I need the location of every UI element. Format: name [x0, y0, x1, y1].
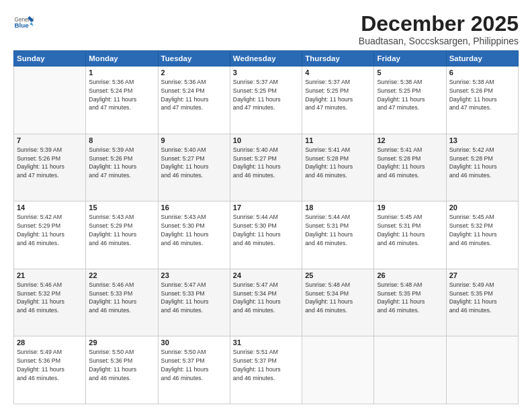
day-info: Sunrise: 5:36 AM Sunset: 5:24 PM Dayligh… [89, 78, 154, 112]
table-row: 21Sunrise: 5:46 AM Sunset: 5:32 PM Dayli… [14, 269, 86, 336]
table-row: 14Sunrise: 5:42 AM Sunset: 5:29 PM Dayli… [14, 201, 86, 269]
table-row: 18Sunrise: 5:44 AM Sunset: 5:31 PM Dayli… [302, 201, 374, 269]
week-row-1: 1Sunrise: 5:36 AM Sunset: 5:24 PM Daylig… [14, 66, 519, 134]
day-number: 1 [89, 68, 154, 77]
day-info: Sunrise: 5:41 AM Sunset: 5:28 PM Dayligh… [377, 146, 443, 180]
day-number: 18 [305, 203, 371, 212]
table-row [374, 336, 446, 404]
day-number: 2 [161, 68, 227, 77]
header: General Blue December 2025 Buadtasan, So… [13, 12, 519, 46]
day-info: Sunrise: 5:49 AM Sunset: 5:35 PM Dayligh… [449, 281, 515, 315]
day-info: Sunrise: 5:44 AM Sunset: 5:30 PM Dayligh… [233, 213, 299, 247]
col-friday: Friday [374, 51, 446, 66]
col-monday: Monday [86, 51, 158, 66]
table-row: 1Sunrise: 5:36 AM Sunset: 5:24 PM Daylig… [86, 66, 158, 134]
day-number: 17 [233, 203, 299, 212]
day-info: Sunrise: 5:42 AM Sunset: 5:29 PM Dayligh… [17, 213, 83, 247]
title-block: December 2025 Buadtasan, Soccsksargen, P… [359, 12, 519, 46]
day-number: 6 [449, 68, 515, 77]
week-row-4: 21Sunrise: 5:46 AM Sunset: 5:32 PM Dayli… [14, 269, 519, 336]
table-row: 25Sunrise: 5:48 AM Sunset: 5:34 PM Dayli… [302, 269, 374, 336]
table-row: 11Sunrise: 5:41 AM Sunset: 5:28 PM Dayli… [302, 134, 374, 201]
day-number: 29 [89, 338, 154, 347]
day-info: Sunrise: 5:50 AM Sunset: 5:36 PM Dayligh… [89, 348, 154, 382]
table-row [446, 336, 518, 404]
day-number: 20 [449, 203, 515, 212]
day-info: Sunrise: 5:46 AM Sunset: 5:33 PM Dayligh… [89, 281, 154, 315]
day-info: Sunrise: 5:37 AM Sunset: 5:25 PM Dayligh… [233, 78, 299, 112]
table-row: 26Sunrise: 5:48 AM Sunset: 5:35 PM Dayli… [374, 269, 446, 336]
day-info: Sunrise: 5:37 AM Sunset: 5:25 PM Dayligh… [305, 78, 371, 112]
table-row: 28Sunrise: 5:49 AM Sunset: 5:36 PM Dayli… [14, 336, 86, 404]
day-number: 31 [233, 338, 299, 347]
table-row: 8Sunrise: 5:39 AM Sunset: 5:26 PM Daylig… [86, 134, 158, 201]
day-number: 16 [161, 203, 227, 212]
day-info: Sunrise: 5:38 AM Sunset: 5:25 PM Dayligh… [377, 78, 443, 112]
day-number: 4 [305, 68, 371, 77]
day-number: 12 [377, 136, 443, 144]
day-number: 24 [233, 271, 299, 279]
week-row-3: 14Sunrise: 5:42 AM Sunset: 5:29 PM Dayli… [14, 201, 519, 269]
day-info: Sunrise: 5:47 AM Sunset: 5:34 PM Dayligh… [233, 281, 299, 315]
calendar-header-row: Sunday Monday Tuesday Wednesday Thursday… [14, 51, 519, 66]
day-number: 15 [89, 203, 154, 212]
day-number: 19 [377, 203, 443, 212]
day-number: 28 [17, 338, 83, 347]
page: General Blue December 2025 Buadtasan, So… [0, 0, 532, 411]
day-info: Sunrise: 5:46 AM Sunset: 5:32 PM Dayligh… [17, 281, 83, 315]
table-row: 23Sunrise: 5:47 AM Sunset: 5:33 PM Dayli… [158, 269, 230, 336]
table-row: 16Sunrise: 5:43 AM Sunset: 5:30 PM Dayli… [158, 201, 230, 269]
day-info: Sunrise: 5:40 AM Sunset: 5:27 PM Dayligh… [161, 146, 227, 180]
table-row: 4Sunrise: 5:37 AM Sunset: 5:25 PM Daylig… [302, 66, 374, 134]
table-row: 20Sunrise: 5:45 AM Sunset: 5:32 PM Dayli… [446, 201, 518, 269]
table-row: 13Sunrise: 5:42 AM Sunset: 5:28 PM Dayli… [446, 134, 518, 201]
svg-marker-3 [30, 22, 34, 26]
table-row: 29Sunrise: 5:50 AM Sunset: 5:36 PM Dayli… [86, 336, 158, 404]
day-info: Sunrise: 5:39 AM Sunset: 5:26 PM Dayligh… [89, 146, 154, 180]
table-row: 24Sunrise: 5:47 AM Sunset: 5:34 PM Dayli… [230, 269, 302, 336]
calendar-table: Sunday Monday Tuesday Wednesday Thursday… [13, 50, 519, 404]
logo-icon: General Blue [13, 12, 34, 32]
day-number: 8 [89, 136, 154, 144]
day-number: 14 [17, 203, 83, 212]
day-info: Sunrise: 5:48 AM Sunset: 5:35 PM Dayligh… [377, 281, 443, 315]
day-info: Sunrise: 5:45 AM Sunset: 5:31 PM Dayligh… [377, 213, 443, 247]
day-number: 9 [161, 136, 227, 144]
day-number: 25 [305, 271, 371, 279]
table-row: 2Sunrise: 5:36 AM Sunset: 5:24 PM Daylig… [158, 66, 230, 134]
table-row: 5Sunrise: 5:38 AM Sunset: 5:25 PM Daylig… [374, 66, 446, 134]
table-row: 17Sunrise: 5:44 AM Sunset: 5:30 PM Dayli… [230, 201, 302, 269]
day-number: 5 [377, 68, 443, 77]
day-info: Sunrise: 5:45 AM Sunset: 5:32 PM Dayligh… [449, 213, 515, 247]
table-row: 22Sunrise: 5:46 AM Sunset: 5:33 PM Dayli… [86, 269, 158, 336]
day-number: 30 [161, 338, 227, 347]
day-number: 7 [17, 136, 83, 144]
day-number: 26 [377, 271, 443, 279]
table-row: 27Sunrise: 5:49 AM Sunset: 5:35 PM Dayli… [446, 269, 518, 336]
col-wednesday: Wednesday [230, 51, 302, 66]
table-row: 19Sunrise: 5:45 AM Sunset: 5:31 PM Dayli… [374, 201, 446, 269]
table-row: 9Sunrise: 5:40 AM Sunset: 5:27 PM Daylig… [158, 134, 230, 201]
day-number: 3 [233, 68, 299, 77]
day-info: Sunrise: 5:47 AM Sunset: 5:33 PM Dayligh… [161, 281, 227, 315]
table-row: 30Sunrise: 5:50 AM Sunset: 5:37 PM Dayli… [158, 336, 230, 404]
calendar-subtitle: Buadtasan, Soccsksargen, Philippines [359, 36, 519, 46]
table-row [302, 336, 374, 404]
day-number: 13 [449, 136, 515, 144]
day-info: Sunrise: 5:39 AM Sunset: 5:26 PM Dayligh… [17, 146, 83, 180]
day-info: Sunrise: 5:51 AM Sunset: 5:37 PM Dayligh… [233, 348, 299, 382]
day-info: Sunrise: 5:38 AM Sunset: 5:26 PM Dayligh… [449, 78, 515, 112]
col-tuesday: Tuesday [158, 51, 230, 66]
day-info: Sunrise: 5:43 AM Sunset: 5:29 PM Dayligh… [89, 213, 154, 247]
day-info: Sunrise: 5:40 AM Sunset: 5:27 PM Dayligh… [233, 146, 299, 180]
calendar-title: December 2025 [359, 12, 519, 36]
table-row [14, 66, 86, 134]
day-info: Sunrise: 5:49 AM Sunset: 5:36 PM Dayligh… [17, 348, 83, 382]
day-info: Sunrise: 5:44 AM Sunset: 5:31 PM Dayligh… [305, 213, 371, 247]
col-thursday: Thursday [302, 51, 374, 66]
day-number: 21 [17, 271, 83, 279]
table-row: 3Sunrise: 5:37 AM Sunset: 5:25 PM Daylig… [230, 66, 302, 134]
day-info: Sunrise: 5:36 AM Sunset: 5:24 PM Dayligh… [161, 78, 227, 112]
day-number: 22 [89, 271, 154, 279]
col-saturday: Saturday [446, 51, 518, 66]
